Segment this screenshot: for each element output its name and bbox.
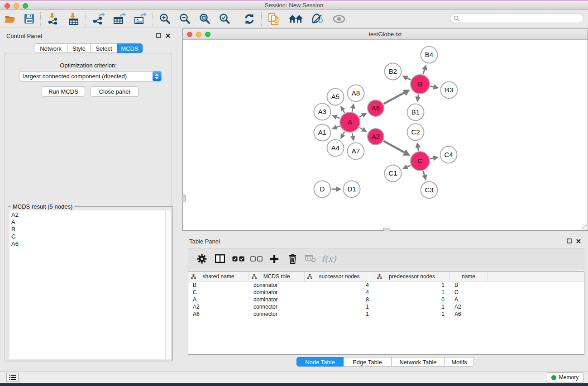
save-session-icon[interactable]	[20, 12, 38, 26]
result-item-a6[interactable]: A6	[11, 240, 165, 248]
hide-graphics-details-icon[interactable]	[307, 12, 328, 26]
edge-B-B1[interactable]	[418, 95, 419, 97]
edge-A2-C[interactable]	[384, 141, 405, 152]
result-item-c[interactable]: C	[11, 233, 165, 240]
edge-B-B2[interactable]	[407, 78, 411, 80]
edge-A-A5[interactable]	[343, 110, 344, 113]
refresh-icon[interactable]	[239, 12, 259, 26]
tab-mcds[interactable]: MCDS	[117, 43, 143, 53]
table-row-b[interactable]: Bdominator41B	[188, 281, 584, 289]
select-all-checkboxes-icon[interactable]	[230, 251, 246, 267]
cell-predecessor-nodes[interactable]: 1	[374, 310, 450, 318]
edge-B-B4[interactable]	[423, 70, 425, 74]
cell-name[interactable]: C	[450, 289, 488, 296]
zoom-in-icon[interactable]	[155, 12, 175, 26]
cell-mcds-role[interactable]: dominator	[249, 289, 305, 296]
left-split-handle[interactable]	[182, 195, 186, 202]
bottom-split-handle[interactable]	[383, 228, 390, 231]
zoom-selected-icon[interactable]	[215, 12, 235, 26]
import-network-icon[interactable]	[43, 12, 63, 26]
mcds-result-scrollbar[interactable]	[165, 210, 171, 359]
cell-successor-nodes[interactable]: 8	[305, 296, 374, 303]
edge-A-A4[interactable]	[343, 132, 345, 134]
edge-C-C4[interactable]	[430, 158, 433, 159]
open-folder-icon[interactable]	[0, 12, 20, 26]
tab-network-table[interactable]: Network Table	[392, 357, 445, 367]
float-panel-icon[interactable]	[156, 33, 161, 38]
home-layout-icon[interactable]	[284, 12, 307, 26]
cell-name[interactable]: A	[450, 296, 488, 303]
network-close-button[interactable]	[187, 32, 192, 37]
network-minimize-button[interactable]	[196, 32, 201, 37]
cell-mcds-role[interactable]: dominator	[249, 281, 305, 289]
export-table-icon[interactable]	[109, 12, 130, 26]
edge-B-B3[interactable]	[430, 86, 434, 87]
cell-mcds-role[interactable]: connector	[249, 303, 305, 310]
result-item-a2[interactable]: A2	[11, 211, 165, 219]
run-mcds-button[interactable]: Run MCDS	[42, 86, 85, 97]
tab-network[interactable]: Network	[34, 43, 67, 53]
cell-shared-name[interactable]: A	[188, 296, 249, 303]
mcds-result-list[interactable]: A2ABCA6	[10, 210, 166, 359]
edge-A-A1[interactable]	[337, 126, 340, 127]
result-item-b[interactable]: B	[11, 226, 165, 233]
network-graph[interactable]: B4B2BB3A8A5A6A3B1AA1C2A2A4A7C4CC1C3DD1	[183, 40, 588, 230]
show-graphics-details-icon[interactable]	[328, 12, 350, 26]
cell-mcds-role[interactable]: dominator	[249, 296, 305, 303]
edge-A-A7[interactable]	[352, 133, 353, 136]
edge-A-A2[interactable]	[359, 128, 363, 129]
edge-A-A6[interactable]	[359, 115, 362, 117]
node-table[interactable]: shared nameMCDS rolesuccessor nodesprede…	[188, 272, 584, 355]
edge-C-C1[interactable]	[407, 165, 411, 167]
table-settings-gear-icon[interactable]	[194, 251, 210, 267]
cell-name[interactable]: A2	[450, 303, 488, 310]
zoom-out-icon[interactable]	[175, 12, 195, 26]
table-row-a6[interactable]: A6connector11A6	[188, 310, 584, 318]
cell-successor-nodes[interactable]: 4	[305, 281, 374, 289]
cell-successor-nodes[interactable]: 1	[305, 310, 374, 318]
column-header-predecessor-nodes[interactable]: predecessor nodes	[374, 272, 450, 281]
cell-shared-name[interactable]: A2	[188, 303, 249, 310]
float-table-panel-icon[interactable]	[567, 238, 572, 243]
cell-predecessor-nodes[interactable]: 1	[374, 289, 450, 296]
task-history-button[interactable]	[6, 373, 19, 382]
close-panel-button[interactable]: Close panel	[91, 86, 139, 97]
network-canvas[interactable]: B4B2BB3A8A5A6A3B1AA1C2A2A4A7C4CC1C3DD1	[183, 40, 588, 230]
table-row-c[interactable]: Cdominator41C	[188, 289, 584, 296]
cell-predecessor-nodes[interactable]: 1	[374, 303, 450, 310]
tab-edge-table[interactable]: Edge Table	[344, 357, 392, 367]
zoom-fit-icon[interactable]	[195, 12, 215, 26]
new-network-from-file-icon[interactable]	[264, 12, 284, 26]
cell-name[interactable]: A6	[450, 310, 488, 318]
window-resize-grip[interactable]	[582, 224, 588, 230]
edge-A6-B[interactable]	[384, 93, 404, 104]
cell-predecessor-nodes[interactable]: 0	[374, 296, 450, 303]
tab-node-table[interactable]: Node Table	[296, 357, 344, 367]
network-window-titlebar[interactable]: testGlobe.txt	[183, 29, 588, 40]
import-table-icon[interactable]	[63, 12, 84, 26]
close-panel-icon[interactable]	[166, 33, 170, 38]
column-header-mcds-role[interactable]: MCDS role	[249, 272, 305, 281]
edge-C-C3[interactable]	[423, 171, 425, 175]
result-item-a[interactable]: A	[11, 219, 165, 226]
network-zoom-button[interactable]	[205, 32, 210, 37]
cell-shared-name[interactable]: B	[188, 281, 249, 289]
delete-column-icon[interactable]	[284, 251, 301, 267]
column-header-successor-nodes[interactable]: successor nodes	[305, 272, 374, 281]
cell-successor-nodes[interactable]: 1	[305, 303, 374, 310]
tab-select[interactable]: Select	[91, 43, 117, 53]
edge-A-A8[interactable]	[352, 108, 353, 111]
export-network-icon[interactable]	[88, 12, 109, 26]
memory-button[interactable]: Memory	[546, 372, 584, 382]
tab-motifs[interactable]: Motifs	[445, 357, 474, 367]
cell-shared-name[interactable]: A6	[188, 310, 249, 318]
edge-A-A3[interactable]	[337, 117, 340, 119]
table-row-a2[interactable]: A2connector11A2	[188, 303, 584, 310]
deselect-all-checkboxes-icon[interactable]	[248, 251, 264, 267]
cell-predecessor-nodes[interactable]: 1	[374, 281, 450, 289]
table-row-a[interactable]: Adominator80A	[188, 296, 584, 303]
show-column-icon[interactable]	[212, 251, 228, 267]
column-header-name[interactable]: name	[450, 272, 488, 281]
edge-C-C2[interactable]	[418, 148, 418, 151]
column-header-shared-name[interactable]: shared name	[188, 272, 249, 281]
